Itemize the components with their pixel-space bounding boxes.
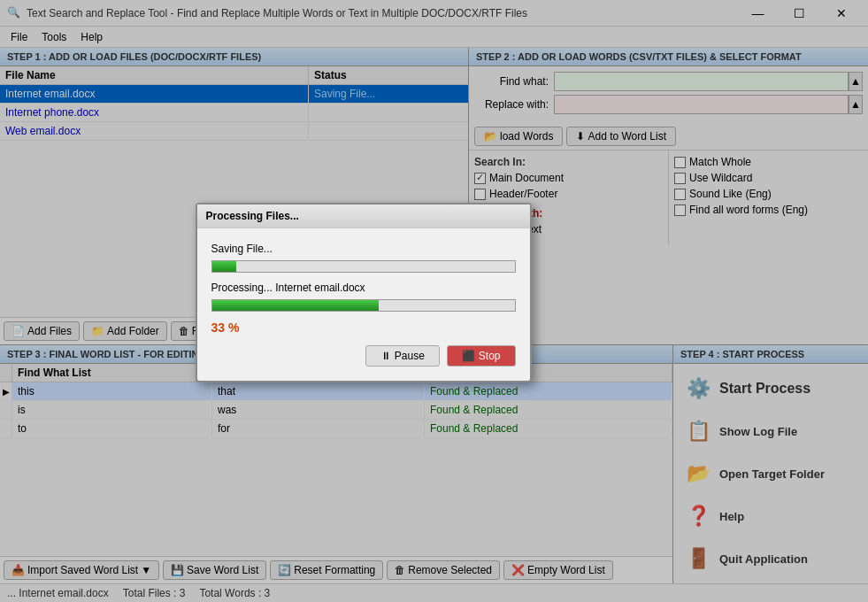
stop-icon: ⬛	[462, 350, 475, 362]
pause-button[interactable]: ⏸ Pause	[365, 345, 440, 367]
modal-body: Saving File... Processing... Internet em…	[197, 228, 530, 381]
processing-label: Processing... Internet email.docx	[211, 282, 516, 294]
processing-progress-bar	[211, 299, 516, 312]
processing-modal: Processing Files... Saving File... Proce…	[196, 203, 532, 382]
modal-buttons: ⏸ Pause ⬛ Stop	[211, 345, 516, 367]
saving-label: Saving File...	[211, 243, 516, 255]
modal-overlay: Processing Files... Saving File... Proce…	[0, 0, 868, 602]
stop-button[interactable]: ⬛ Stop	[447, 345, 516, 367]
stop-label: Stop	[479, 350, 501, 362]
pause-label: Pause	[395, 350, 425, 362]
saving-progress-fill	[212, 261, 236, 272]
saving-progress-bar	[211, 260, 516, 273]
pause-icon: ⏸	[380, 350, 391, 362]
percent-display: 33 %	[211, 320, 516, 335]
modal-title: Processing Files...	[197, 205, 530, 228]
processing-progress-fill	[212, 300, 379, 311]
